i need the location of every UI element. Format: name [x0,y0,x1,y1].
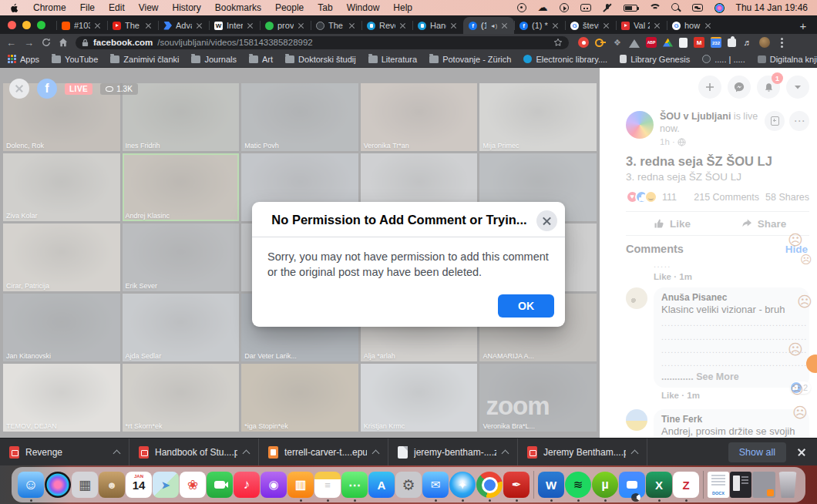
bookmark-item[interactable]: Literatura [368,55,417,64]
calendar-icon[interactable]: JAN 14 [126,472,152,498]
music-icon[interactable]: ♪ [234,472,260,498]
bookmark-item[interactable]: Journals [191,55,237,64]
new-tab-button[interactable]: + [794,17,812,34]
playlist-extension-icon[interactable]: ♬ [742,37,753,48]
show-all-downloads-button[interactable]: Show all [728,442,786,462]
zoom-icon[interactable] [619,472,645,498]
tab-close-icon[interactable] [196,22,203,29]
forward-button[interactable]: → [24,38,34,48]
acrobat-icon[interactable]: ✒ [503,472,530,498]
menu-item[interactable]: Edit [109,2,125,13]
wifi-icon[interactable] [649,4,660,12]
menu-item[interactable]: File [80,2,95,13]
tab-close-icon[interactable] [247,22,254,29]
dropbox-extension-icon[interactable]: ❖ [612,37,623,48]
dock-separator[interactable] [703,471,704,499]
muted-mic-icon[interactable] [603,3,612,12]
zotero-icon[interactable]: Z [673,472,699,498]
tab-close-icon[interactable] [348,22,356,29]
tab-close-icon[interactable] [145,22,153,29]
window-thumb[interactable] [752,472,775,498]
document-extension-icon[interactable] [679,38,688,48]
bookmark-item[interactable]: Potovanje - Zürich [429,55,511,64]
tab-close-icon[interactable] [94,22,102,29]
browser-tab[interactable]: f (1 [463,17,514,34]
bookmark-item[interactable]: YouTube [52,55,98,64]
browser-tab[interactable]: #103 [56,17,107,34]
key-extension-icon[interactable] [595,37,606,48]
close-downloads-bar-icon[interactable] [797,448,806,457]
control-center-icon[interactable] [692,4,703,12]
chrome-icon[interactable] [476,472,503,498]
home-button[interactable] [59,38,68,47]
trash-icon[interactable] [776,472,799,498]
menu-item[interactable]: Bookmarks [215,2,261,13]
download-item[interactable]: Jeremy Bentham....pdf [518,438,647,465]
cloud-backup-icon[interactable]: ☁ [538,3,548,12]
notes-icon[interactable]: ≡ [314,472,341,498]
bookmark-item[interactable]: Digitalna knjižnica... [758,55,817,64]
reload-button[interactable] [42,38,51,47]
play-status-icon[interactable] [560,3,569,12]
system-preferences-icon[interactable]: ⚙ [395,472,422,498]
bookmark-apps[interactable]: Apps [8,55,39,64]
contacts-icon[interactable]: ☻ [99,472,125,498]
tab-close-icon[interactable] [552,22,560,29]
bookmark-item[interactable]: Library Genesis [620,55,690,64]
tab-close-icon[interactable] [501,22,509,29]
chrome-menu-icon[interactable] [781,38,783,48]
browser-tab[interactable]: G števil [565,17,616,34]
safari-icon[interactable]: ✦ [449,472,476,498]
google-drive-icon[interactable] [663,39,673,47]
puzzle-extension-icon[interactable] [728,39,736,47]
menu-item[interactable]: People [275,2,304,13]
browser-tab[interactable]: Rever [361,17,412,34]
bookmark-item[interactable]: Electronic library.... [523,55,607,64]
bookmark-item[interactable]: Doktorski študij [285,55,356,64]
menu-item[interactable]: View [139,2,159,13]
download-item[interactable]: terrell-carver-t....epub [259,438,388,465]
finder-icon[interactable]: ☺ [18,472,44,498]
browser-tab[interactable]: G how t [667,17,718,34]
browser-tab[interactable]: Val 20 [616,17,667,34]
app-store-icon[interactable]: A [368,472,395,498]
browser-tab[interactable]: Handb [412,17,463,34]
browser-tab[interactable]: Advan [158,17,209,34]
bookmark-star-icon[interactable] [553,38,563,47]
bookmark-item[interactable]: Art [249,55,273,64]
ok-button[interactable]: OK [498,294,554,318]
pointer-extension-icon[interactable] [578,37,589,48]
menu-item[interactable]: Tab [318,2,332,13]
siri-icon[interactable] [45,472,71,498]
back-button[interactable]: ← [6,38,16,48]
minimize-window-button[interactable] [22,21,31,29]
download-item[interactable]: jeremy-bentham-....zip [388,438,518,465]
launchpad-icon[interactable]: ▦ [72,472,98,498]
facetime-icon[interactable] [207,472,233,498]
download-item[interactable]: Revenge [0,438,129,465]
browser-tab[interactable]: The H [107,17,158,34]
spotify-icon[interactable]: ≋ [565,472,591,498]
m-extension-icon[interactable]: M [694,37,704,48]
menu-bar-clock[interactable]: Thu 14 Jan 19:46 [736,2,808,13]
tab-close-icon[interactable] [399,22,407,29]
dock-separator[interactable] [533,471,534,499]
bookmark-item[interactable]: Zanimivi članki [110,55,179,64]
tab-close-icon[interactable] [654,22,661,29]
menu-item[interactable]: History [173,2,201,13]
app-status-icon[interactable] [517,3,526,12]
mail-icon[interactable]: ✉ [422,472,449,498]
triangle-extension-icon[interactable] [629,34,640,48]
menu-item[interactable]: Window [347,2,380,13]
tab-close-icon[interactable] [603,22,610,29]
siri-icon[interactable] [714,3,725,13]
dialog-close-button[interactable] [536,210,557,231]
spotlight-search-icon[interactable] [671,3,681,12]
maximize-window-button[interactable] [37,21,45,29]
document-thumb[interactable]: DOCX [708,472,729,498]
photos-icon[interactable]: ❀ [180,472,206,498]
close-window-button[interactable] [8,21,16,29]
download-menu-chevron[interactable] [631,449,639,457]
download-menu-chevron[interactable] [243,449,250,457]
maps-icon[interactable]: ➤ [153,472,179,498]
